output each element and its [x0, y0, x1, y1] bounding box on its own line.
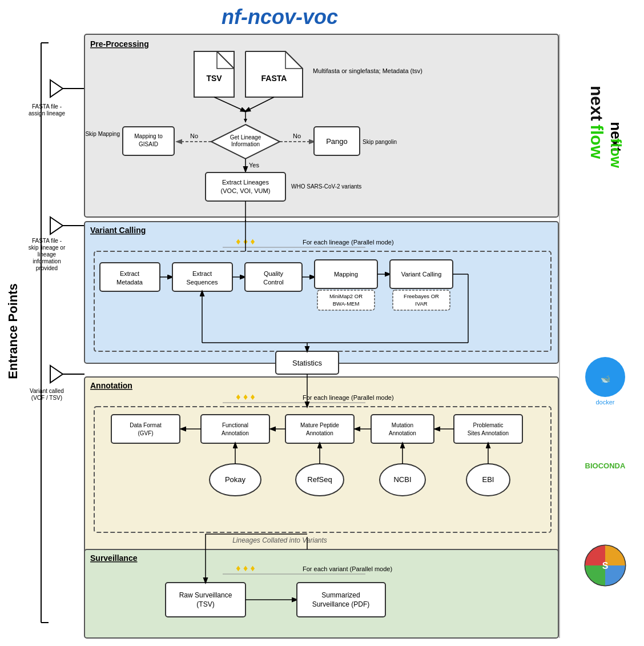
svg-text:Get Lineage: Get Lineage — [230, 134, 261, 141]
svg-text:Yes: Yes — [249, 162, 259, 168]
main-container: nf-ncov-voc Entrance Points FASTA file -… — [0, 0, 644, 646]
svg-text:Annotation: Annotation — [306, 430, 333, 436]
svg-text:Extract: Extract — [192, 270, 212, 277]
mutation-annotation-box — [371, 415, 434, 443]
diagram-svg: nf-ncov-voc Entrance Points FASTA file -… — [0, 0, 644, 646]
svg-text:(VCF / TSV): (VCF / TSV) — [31, 395, 62, 401]
collate-note: Lineages Collated into Variants — [232, 536, 327, 544]
svg-text:Raw Surveillance: Raw Surveillance — [179, 591, 232, 599]
entrance-point-1: FASTA file - — [32, 103, 62, 110]
svg-text:provided: provided — [36, 265, 58, 271]
nextflow-flow: flow — [607, 138, 625, 168]
svg-text:For each lineage (Parallel mod: For each lineage (Parallel mode) — [303, 394, 394, 401]
fasta-box: FASTA — [261, 74, 287, 83]
entrance-points-label: Entrance Points — [6, 283, 20, 379]
svg-text:♦ ♦ ♦: ♦ ♦ ♦ — [236, 392, 255, 402]
svg-text:Freebayes OR: Freebayes OR — [404, 293, 439, 299]
svg-text:MiniMap2 OR: MiniMap2 OR — [329, 293, 363, 299]
svg-text:Problematic: Problematic — [473, 422, 504, 428]
svg-text:For each lineage (Parallel mod: For each lineage (Parallel mode) — [303, 239, 394, 246]
bioconda-label: BIOCONDA — [585, 462, 626, 470]
data-format-box — [111, 415, 180, 443]
svg-text:flow: flow — [587, 125, 606, 159]
svg-text:Information: Information — [231, 141, 260, 147]
svg-text:Pokay: Pokay — [225, 475, 246, 484]
svg-text:GISAID: GISAID — [139, 141, 158, 147]
svg-text:♦ ♦ ♦: ♦ ♦ ♦ — [236, 563, 255, 573]
svg-text:Mutation: Mutation — [392, 422, 413, 428]
svg-text:Extract Lineages: Extract Lineages — [222, 179, 269, 186]
svg-text:Mapping to: Mapping to — [134, 133, 163, 139]
svg-text:EBI: EBI — [482, 475, 494, 484]
svg-text:Metadata: Metadata — [116, 279, 143, 286]
svg-text:next: next — [587, 86, 606, 121]
docker-label: docker — [595, 399, 614, 406]
snakemake-s: S — [602, 561, 609, 571]
svg-text:Mapping: Mapping — [334, 271, 358, 278]
svg-text:(GVF): (GVF) — [138, 430, 153, 436]
tsv-box: TSV — [206, 74, 222, 83]
svg-text:Sequences: Sequences — [186, 279, 218, 286]
svg-text:Skip Mapping: Skip Mapping — [85, 131, 120, 137]
svg-text:Skip pangolin: Skip pangolin — [363, 139, 397, 145]
preprocessing-label: Pre-Processing — [90, 39, 149, 49]
fasta-note: Multifasta or singlefasta; Metadata (tsv… — [313, 67, 422, 74]
svg-text:Mature Peptide: Mature Peptide — [300, 422, 339, 428]
preprocessing-section — [84, 34, 558, 217]
title: nf-ncov-voc — [222, 5, 338, 29]
svg-text:(VOC, VOI, VUM): (VOC, VOI, VUM) — [221, 187, 271, 194]
svg-text:Annotation: Annotation — [389, 430, 416, 436]
svg-text:Variant Calling: Variant Calling — [401, 271, 442, 278]
svg-text:Annotation: Annotation — [222, 430, 249, 436]
entrance-point-3: Variant called — [30, 388, 64, 394]
svg-text:Control: Control — [263, 279, 283, 286]
svg-text:For each variant (Parallel mod: For each variant (Parallel mode) — [303, 565, 392, 572]
svg-text:Statistics: Statistics — [292, 359, 323, 367]
svg-text:No: No — [190, 133, 198, 139]
svg-text:Functional: Functional — [222, 422, 248, 428]
svg-text:information: information — [33, 258, 61, 264]
entrance-point-2: FASTA file - — [32, 238, 62, 244]
svg-text:skip lineage or: skip lineage or — [29, 244, 66, 251]
svg-text:Data Format: Data Format — [130, 422, 162, 428]
raw-surveillance-box — [166, 583, 245, 617]
svg-text:Pango: Pango — [326, 137, 348, 146]
extract-lineages-box — [206, 172, 285, 201]
functional-annotation-box — [201, 415, 269, 443]
mature-peptide-box — [285, 415, 354, 443]
annotation-label: Annotation — [90, 381, 132, 390]
extract-sequences-box — [172, 263, 232, 291]
svg-text:RefSeq: RefSeq — [307, 475, 332, 484]
svg-text:🐋: 🐋 — [601, 374, 611, 384]
svg-text:WHO SARS-CoV-2 variants: WHO SARS-CoV-2 variants — [291, 183, 361, 190]
nextflow-logo: next flow — [587, 86, 606, 159]
extract-metadata-box — [100, 263, 160, 291]
summarized-surveillance-box — [297, 583, 385, 617]
problematic-sites-box — [454, 415, 522, 443]
svg-text:(TSV): (TSV) — [196, 600, 214, 608]
quality-control-box — [245, 263, 302, 291]
svg-marker-12 — [50, 366, 63, 383]
svg-text:Quality: Quality — [264, 270, 284, 277]
surveillance-label: Surveillance — [90, 553, 138, 563]
svg-text:No: No — [293, 133, 301, 139]
svg-text:Extract: Extract — [120, 270, 139, 277]
svg-text:Surveillance (PDF): Surveillance (PDF) — [312, 600, 370, 608]
svg-text:Sites Annotation: Sites Annotation — [468, 430, 509, 436]
variant-calling-label: Variant Calling — [90, 226, 146, 235]
svg-text:NCBI: NCBI — [393, 475, 411, 484]
svg-marker-6 — [50, 217, 63, 234]
svg-text:BWA-MEM: BWA-MEM — [333, 300, 360, 307]
svg-text:IVAR: IVAR — [415, 300, 428, 307]
svg-text:assign lineage: assign lineage — [29, 110, 65, 117]
svg-text:lineage: lineage — [38, 251, 57, 258]
svg-text:Summarized: Summarized — [321, 591, 360, 599]
svg-marker-3 — [50, 80, 63, 97]
